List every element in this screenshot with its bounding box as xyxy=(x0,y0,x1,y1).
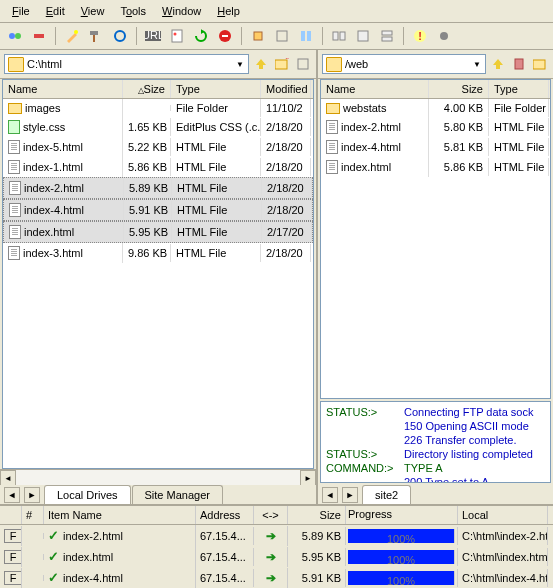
svg-text:URL: URL xyxy=(145,29,161,41)
wizard-icon[interactable] xyxy=(62,26,82,46)
tq-col-local[interactable]: Local xyxy=(458,506,548,524)
remote-col-size[interactable]: Size xyxy=(429,80,489,98)
menu-help[interactable]: Help xyxy=(209,2,248,20)
transfer-name: index.html xyxy=(63,551,113,563)
transfer-row[interactable]: F ✓index.html 67.15.4... ➔ 5.95 KB 100% … xyxy=(0,546,553,567)
local-view-icon[interactable] xyxy=(294,55,312,73)
remote-up-icon[interactable] xyxy=(489,55,507,73)
svg-point-10 xyxy=(174,33,177,36)
transfer-queue: # Item Name Address <-> Size Progress Lo… xyxy=(0,504,553,588)
tool-icon-2[interactable] xyxy=(272,26,292,46)
local-path-input[interactable]: C:\html▼ xyxy=(4,54,249,74)
html-file-icon xyxy=(8,160,20,174)
disconnect-icon[interactable] xyxy=(29,26,49,46)
svg-rect-12 xyxy=(222,35,228,37)
local-new-folder-icon[interactable]: * xyxy=(273,55,291,73)
file-type: EditPlus CSS (.c... xyxy=(171,118,261,136)
flag-button[interactable]: F xyxy=(4,529,22,543)
tq-col-size[interactable]: Size xyxy=(288,506,346,524)
local-file-row[interactable]: index.html 5.95 KB HTML File 2/17/20 xyxy=(3,221,313,243)
transfer-row[interactable]: F ✓index-4.html 67.15.4... ➔ 5.91 KB 100… xyxy=(0,567,553,588)
local-col-modified[interactable]: Modified xyxy=(261,80,311,98)
local-file-row[interactable]: style.css 1.65 KB EditPlus CSS (.c... 2/… xyxy=(3,117,313,137)
rtab-toggle-left[interactable]: ◄ xyxy=(322,487,338,503)
tab-toggle-left[interactable]: ◄ xyxy=(4,487,20,503)
menu-tools[interactable]: Tools xyxy=(112,2,154,20)
file-type: HTML File xyxy=(172,179,262,197)
connect-icon[interactable] xyxy=(5,26,25,46)
scroll-left-icon[interactable]: ◄ xyxy=(0,470,16,486)
menu-file[interactable]: File xyxy=(4,2,38,20)
remote-file-row[interactable]: index.html 5.86 KB HTML File xyxy=(321,157,550,177)
remote-path-input[interactable]: /web▼ xyxy=(322,54,486,74)
transfer-local-path: C:\html\index-2.ht xyxy=(458,527,548,545)
settings-icon[interactable] xyxy=(434,26,454,46)
flag-button[interactable]: F xyxy=(4,550,22,564)
remote-file-list[interactable]: Name Size Type webstats 4.00 KB File Fol… xyxy=(320,79,551,399)
document-icon[interactable] xyxy=(167,26,187,46)
local-file-row[interactable]: images File Folder 11/10/2 xyxy=(3,99,313,117)
scroll-track[interactable] xyxy=(16,470,300,485)
remote-file-row[interactable]: index-2.html 5.80 KB HTML File xyxy=(321,117,550,137)
scroll-right-icon[interactable]: ► xyxy=(300,470,316,486)
tq-col-progress[interactable]: Progress xyxy=(346,506,458,524)
tool-icon-1[interactable] xyxy=(248,26,268,46)
tab-site-manager[interactable]: Site Manager xyxy=(132,485,223,504)
flag-button[interactable]: F xyxy=(4,571,22,585)
file-size: 5.91 KB xyxy=(124,201,172,219)
url-icon[interactable]: URL xyxy=(143,26,163,46)
menu-window[interactable]: Window xyxy=(154,2,209,20)
view-icon-3[interactable] xyxy=(377,26,397,46)
tab-toggle-right[interactable]: ► xyxy=(24,487,40,503)
arrow-right-icon: ➔ xyxy=(266,529,276,543)
remote-tool-icon[interactable] xyxy=(510,55,528,73)
tq-col-num[interactable]: # xyxy=(22,506,44,524)
local-col-type[interactable]: Type xyxy=(171,80,261,98)
menu-view[interactable]: View xyxy=(73,2,113,20)
local-file-row[interactable]: index-1.html 5.86 KB HTML File 2/18/20 xyxy=(3,157,313,177)
rtab-toggle-right[interactable]: ► xyxy=(342,487,358,503)
local-file-row[interactable]: index-4.html 5.91 KB HTML File 2/18/20 xyxy=(3,199,313,221)
view-icon-2[interactable] xyxy=(353,26,373,46)
tq-col-dir[interactable]: <-> xyxy=(254,506,288,524)
local-col-size[interactable]: △Size xyxy=(123,80,171,98)
tab-local-drives[interactable]: Local Drives xyxy=(44,485,131,504)
remote-new-folder-icon[interactable] xyxy=(531,55,549,73)
view-icon-1[interactable] xyxy=(329,26,349,46)
refresh-icon[interactable] xyxy=(191,26,211,46)
file-modified: 2/18/20 xyxy=(261,118,311,136)
file-size: 9.86 KB xyxy=(123,244,171,262)
svg-rect-9 xyxy=(172,30,182,42)
transfer-address: 67.15.4... xyxy=(196,569,254,587)
transfer-row[interactable]: F ✓index-2.html 67.15.4... ➔ 5.89 KB 100… xyxy=(0,525,553,546)
local-col-name[interactable]: Name xyxy=(3,80,123,98)
tq-col-flag[interactable] xyxy=(0,506,22,524)
css-file-icon xyxy=(8,120,20,134)
tq-col-address[interactable]: Address xyxy=(196,506,254,524)
transfer-size: 5.89 KB xyxy=(288,527,346,545)
remote-col-name[interactable]: Name xyxy=(321,80,429,98)
hammer-icon[interactable] xyxy=(86,26,106,46)
remote-file-row[interactable]: index-4.html 5.81 KB HTML File xyxy=(321,137,550,157)
remote-file-row[interactable]: webstats 4.00 KB File Folder xyxy=(321,99,550,117)
local-file-row[interactable]: index-5.html 5.22 KB HTML File 2/18/20 xyxy=(3,137,313,157)
svg-rect-15 xyxy=(301,31,305,41)
remote-col-type[interactable]: Type xyxy=(489,80,549,98)
stop-icon[interactable] xyxy=(215,26,235,46)
local-file-row[interactable]: index-2.html 5.89 KB HTML File 2/18/20 xyxy=(3,177,313,199)
menu-edit[interactable]: Edit xyxy=(38,2,73,20)
help-icon[interactable]: ! xyxy=(410,26,430,46)
transfer-address: 67.15.4... xyxy=(196,548,254,566)
local-file-row[interactable]: index-3.html 9.86 KB HTML File 2/18/20 xyxy=(3,243,313,263)
tool-icon-3[interactable] xyxy=(296,26,316,46)
reconnect-icon[interactable] xyxy=(110,26,130,46)
check-icon: ✓ xyxy=(48,549,59,564)
local-file-list[interactable]: Name △Size Type Modified images File Fol… xyxy=(2,79,314,469)
log-line: 200 Type set to A xyxy=(326,475,545,483)
tab-site2[interactable]: site2 xyxy=(362,485,411,504)
tq-col-item[interactable]: Item Name xyxy=(44,506,196,524)
transfer-local-path: C:\html\index.htm xyxy=(458,548,548,566)
svg-rect-29 xyxy=(533,60,545,69)
svg-rect-18 xyxy=(340,32,345,40)
local-up-icon[interactable] xyxy=(252,55,270,73)
